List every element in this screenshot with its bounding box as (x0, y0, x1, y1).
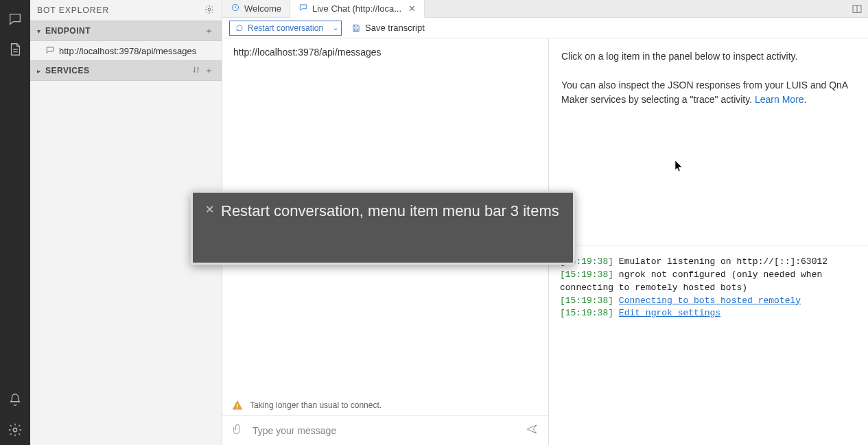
warning-icon (232, 400, 243, 411)
conversation-toolbar: Restart conversation ⌄ Save transcript (222, 18, 868, 38)
section-label: ENDPOINT (45, 26, 202, 36)
save-transcript-button[interactable]: Save transcript (351, 23, 425, 33)
endpoint-item[interactable]: http://localhost:3978/api/messages (30, 41, 222, 60)
tooltip-text: Restart conversation, menu item menu bar… (221, 202, 559, 220)
home-icon (231, 3, 240, 14)
svg-rect-4 (355, 29, 358, 31)
bell-icon[interactable] (5, 390, 25, 409)
tab-welcome[interactable]: Welcome (222, 0, 290, 17)
log-timestamp: [15:19:38] (560, 269, 613, 280)
tab-label: Live Chat (http://loca... (312, 3, 401, 14)
chat-bubble-icon (45, 45, 55, 57)
restart-conversation-button[interactable]: Restart conversation (230, 21, 329, 35)
warning-text: Taking longer than usual to connect. (250, 400, 382, 410)
chevron-down-icon[interactable]: ⌄ (329, 24, 341, 32)
chevron-right-icon: ▸ (37, 67, 45, 75)
svg-point-1 (208, 8, 211, 11)
svg-point-0 (13, 428, 17, 432)
endpoint-url: http://localhost:3978/api/messages (59, 46, 196, 56)
tab-label: Welcome (244, 3, 281, 14)
log-timestamp: [15:19:38] (560, 308, 613, 318)
chat-icon (298, 3, 308, 14)
svg-rect-5 (237, 404, 237, 407)
inspector-panel: Click on a log item in the panel below t… (549, 38, 868, 445)
activity-bar (0, 0, 30, 445)
attachment-icon[interactable] (232, 423, 243, 437)
add-service-icon[interactable]: ＋ (202, 64, 215, 77)
connection-warning: Taking longer than usual to connect. (222, 396, 548, 415)
restart-conversation-split-button: Restart conversation ⌄ (229, 21, 342, 36)
log-line[interactable]: [15:19:38] Emulator listening on http://… (560, 256, 857, 269)
learn-more-link[interactable]: Learn More (755, 94, 804, 105)
log-line[interactable]: [15:19:38] ngrok not configured (only ne… (560, 269, 857, 295)
tab-bar: Welcome Live Chat (http://loca... ✕ (222, 0, 868, 18)
panel-title: BOT EXPLORER (37, 5, 109, 15)
log-line[interactable]: [15:19:38] Connecting to bots hosted rem… (560, 295, 857, 308)
services-section[interactable]: ▸ SERVICES ＋ (30, 60, 222, 81)
chat-input-bar (222, 415, 548, 445)
log-timestamp: [15:19:38] (560, 296, 613, 306)
chat-icon[interactable] (5, 10, 25, 29)
panel-settings-icon[interactable] (204, 4, 215, 17)
close-icon[interactable]: ✕ (205, 202, 214, 217)
split-editor-icon[interactable] (852, 0, 868, 17)
add-endpoint-icon[interactable]: ＋ (202, 25, 215, 37)
svg-rect-6 (237, 407, 237, 408)
log-link[interactable]: Connecting to bots hosted remotely (619, 296, 801, 306)
log-link[interactable]: Edit ngrok settings (619, 308, 720, 318)
chat-endpoint-url: http://localhost:3978/api/messages (222, 38, 548, 66)
button-label: Restart conversation (248, 23, 323, 33)
gear-icon[interactable] (5, 420, 25, 440)
log-panel: [15:19:38] Emulator listening on http://… (549, 246, 868, 445)
accessibility-tooltip: ✕ Restart conversation, menu item menu b… (191, 191, 575, 265)
endpoint-section[interactable]: ▾ ENDPOINT ＋ (30, 21, 222, 41)
close-icon[interactable]: ✕ (408, 3, 416, 14)
inspector-hint: Click on a log item in the panel below t… (561, 49, 856, 64)
tab-live-chat[interactable]: Live Chat (http://loca... ✕ (290, 0, 425, 18)
send-icon[interactable] (525, 423, 539, 437)
button-label: Save transcript (365, 23, 425, 33)
log-line[interactable]: [15:19:38] Edit ngrok settings (560, 307, 857, 320)
log-text: Emulator listening on http://[::]:63012 (619, 256, 828, 267)
section-label: SERVICES (45, 66, 190, 75)
sort-icon[interactable] (190, 65, 202, 77)
chevron-down-icon: ▾ (37, 27, 45, 35)
message-input[interactable] (253, 425, 515, 436)
inspector-hint-2: You can also inspect the JSON responses … (561, 78, 856, 107)
document-icon[interactable] (5, 40, 25, 59)
